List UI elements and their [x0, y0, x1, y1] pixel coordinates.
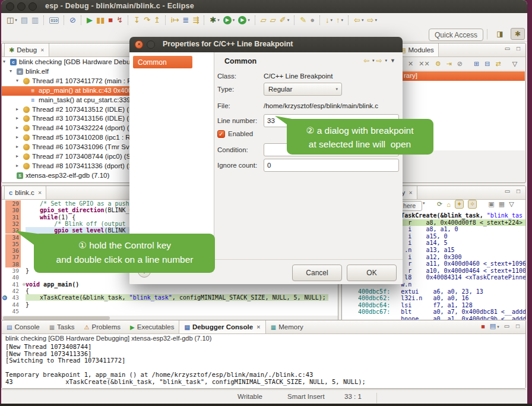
tab-debugger-console[interactable]: ▤Debugger Console✕	[179, 320, 265, 333]
step-return-button[interactable]: ↥	[153, 14, 162, 26]
collapse-all-icon[interactable]: ⊟	[484, 60, 490, 68]
view-menu-icon[interactable]: ▽	[512, 60, 517, 68]
debug-perspective-button[interactable]: ✱	[511, 28, 525, 40]
close-tab-icon[interactable]: ✕	[408, 190, 413, 196]
save-all-button[interactable]: ▥	[30, 14, 40, 26]
line-number-gutter[interactable]: 30	[5, 207, 21, 213]
show-debug-console-button[interactable]: ≣	[182, 14, 191, 26]
dropdown-caret[interactable]: ▾	[15, 18, 17, 23]
forward-icon[interactable]: ⇨	[376, 56, 382, 65]
tree-expander[interactable]: ▾	[3, 59, 5, 64]
external-tools-button[interactable]: ▶▾	[237, 14, 251, 26]
line-number-gutter[interactable]: 44	[5, 301, 21, 308]
open-project-button[interactable]: ▱	[259, 14, 268, 26]
tree-expander[interactable]: ▾	[16, 78, 18, 83]
tree-expander[interactable]: ▸	[16, 163, 18, 168]
enabled-checkbox[interactable]: ✓	[217, 130, 225, 138]
open-new-view-icon[interactable]: ▣	[488, 200, 494, 208]
dropdown-caret[interactable]: ▾	[248, 18, 250, 23]
resume-button[interactable]: ▶	[86, 14, 94, 26]
modules-selected-row[interactable]: rary]	[387, 71, 525, 81]
forward-button[interactable]: ⇨▾	[366, 14, 378, 26]
step-into-button[interactable]: ↧	[132, 14, 141, 26]
tree-expander[interactable]: ▸	[16, 144, 18, 149]
suspend-button[interactable]: ▮▮	[95, 14, 106, 26]
line-number-gutter[interactable]: 45	[5, 308, 21, 314]
track-expression-icon[interactable]: ✧	[468, 200, 477, 209]
cancel-button[interactable]: Cancel	[292, 265, 342, 281]
tab-tasks[interactable]: ▦Tasks	[45, 320, 80, 333]
status-smart-insert[interactable]: Smart Insert	[287, 393, 325, 400]
run-button[interactable]: ▶▾	[222, 14, 236, 26]
tab-console[interactable]: ▤Console	[2, 320, 45, 333]
display-console-icon[interactable]: ▤▾	[490, 322, 499, 330]
tree-expander[interactable]: ▾	[10, 68, 12, 74]
line-number-gutter[interactable]: 43	[5, 294, 21, 301]
use-step-filters-button[interactable]: ⇶	[191, 14, 200, 26]
dropdown-caret[interactable]: ▾	[375, 18, 377, 23]
view-menu-icon[interactable]: ▼	[390, 58, 395, 64]
new-wizard-button[interactable]: ◫▾	[5, 14, 18, 26]
inactive-orb-button[interactable]: ●	[309, 14, 316, 26]
binary-console-button[interactable]: 010	[48, 14, 60, 26]
mark-occurrences-button[interactable]: ✎	[299, 14, 308, 26]
window-maximize-button[interactable]	[28, 2, 37, 11]
minimize-maximize-icons[interactable]: ▭ □	[505, 188, 522, 194]
tab-executables[interactable]: ▶Executables	[125, 320, 179, 333]
dropdown-caret[interactable]: ▾	[233, 18, 235, 23]
refresh-view-icon[interactable]: ⟳	[437, 200, 442, 208]
launch-configuration-button[interactable]: ✐▾	[278, 14, 290, 26]
dialog-minimize-button[interactable]	[147, 40, 155, 49]
step-over-button[interactable]: ↷	[142, 14, 151, 26]
status-cursor-position[interactable]: 33 : 1	[344, 393, 362, 400]
dropdown-caret[interactable]: ▾	[287, 18, 290, 23]
back-button[interactable]: ⇦▾	[353, 14, 365, 26]
line-number-gutter[interactable]: 42	[5, 288, 21, 294]
tree-expander[interactable]: ▸	[16, 115, 18, 121]
line-number-gutter[interactable]: 29	[5, 200, 21, 207]
close-tab-icon[interactable]: ✕	[38, 190, 42, 196]
expand-all-icon[interactable]: ⊞	[474, 60, 479, 68]
load-symbols-for-all-icon[interactable]: ⇥	[446, 60, 452, 68]
disconnect-button[interactable]: ↯	[115, 14, 124, 26]
save-button[interactable]: ▤	[20, 14, 29, 26]
ok-button[interactable]: OK	[347, 265, 397, 281]
window-close-button[interactable]	[6, 2, 14, 11]
console-output[interactable]: [New Thread 1073408744][New Thread 10734…	[2, 343, 525, 388]
debug-button[interactable]: ✱▾	[208, 14, 220, 26]
dropdown-caret[interactable]: ▾	[362, 18, 364, 23]
terminate-button[interactable]: ■	[107, 14, 114, 26]
close-tab-icon[interactable]: ✕	[256, 325, 261, 330]
dropdown-caret[interactable]: ▾	[341, 18, 344, 23]
tab-problems[interactable]: ⚠Problems	[80, 320, 126, 333]
dropdown-caret[interactable]: ▾	[331, 18, 333, 23]
tree-expander[interactable]: ▸	[16, 153, 18, 159]
back-caret-icon[interactable]: ▾	[372, 58, 375, 63]
quick-access-button[interactable]: Quick Access	[429, 29, 483, 41]
instruction-stepping-button[interactable]: i↦	[170, 14, 180, 26]
open-perspective-button[interactable]: ◨	[493, 28, 507, 40]
remove-module-icon[interactable]: ✕	[408, 60, 413, 68]
forward-caret-icon[interactable]: ▾	[385, 58, 388, 63]
link-with-debug-icon[interactable]: ⇄	[495, 60, 501, 68]
window-minimize-button[interactable]	[17, 2, 26, 11]
previous-edit-location-button[interactable]: ↑▾	[335, 14, 344, 26]
deselect-default-icon[interactable]: ⊘	[457, 60, 463, 68]
back-icon[interactable]: ⇦	[363, 56, 369, 65]
line-number-gutter[interactable]: 41	[5, 281, 21, 288]
tree-expander[interactable]: ▸	[16, 125, 18, 130]
pin-view-icon[interactable]: ▦	[499, 200, 505, 208]
remove-all-modules-icon[interactable]: ✕✕	[419, 60, 429, 68]
type-dropdown[interactable]: Regular ▾	[264, 83, 342, 96]
load-symbols-icon[interactable]: ⚙	[435, 60, 441, 68]
skip-all-breakpoints-button[interactable]: ⊘	[68, 14, 77, 26]
view-menu-icon[interactable]: ▽	[509, 200, 514, 208]
home-icon[interactable]: ⌂	[446, 201, 451, 208]
location-dropdown-caret[interactable]: ▾	[423, 201, 425, 206]
dropdown-caret[interactable]: ▾	[217, 18, 220, 23]
show-source-icon[interactable]: ✦	[455, 200, 464, 209]
dialog-close-button[interactable]: ✕	[135, 40, 143, 49]
tab-memory[interactable]: ▦Memory	[266, 320, 308, 333]
tree-expander[interactable]: ▸	[16, 106, 18, 112]
tree-expander[interactable]: ▸	[16, 134, 18, 140]
